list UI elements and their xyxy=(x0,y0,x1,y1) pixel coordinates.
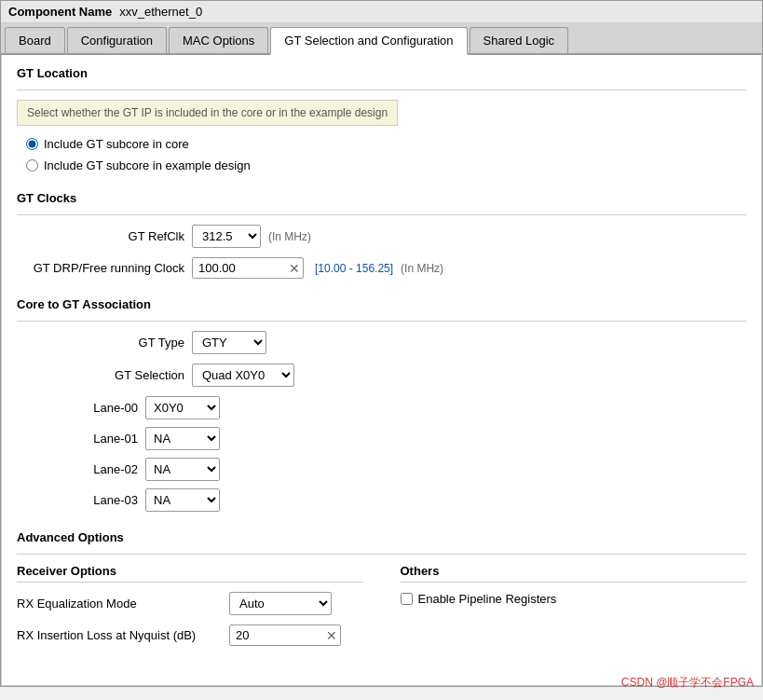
advanced-two-col: Receiver Options RX Equalization Mode Au… xyxy=(17,564,746,655)
lane-01-row: Lane-01 X0Y0 X0Y1 X0Y2 X0Y3 NA xyxy=(73,427,746,450)
core-to-gt-divider xyxy=(17,321,746,322)
gt-type-row: GT Type GTY GTH GTP xyxy=(17,331,746,354)
lane-03-row: Lane-03 X0Y0 X0Y1 X0Y2 X0Y3 NA xyxy=(73,488,746,512)
rx-eq-label: RX Equalization Mode xyxy=(17,597,222,611)
drp-input[interactable] xyxy=(192,257,304,279)
lane-00-label: Lane-00 xyxy=(73,401,138,415)
tab-bar: Board Configuration MAC Options GT Selec… xyxy=(1,23,762,55)
gt-selection-label: GT Selection xyxy=(17,368,184,382)
radio-include-example[interactable]: Include GT subcore in example design xyxy=(26,158,746,172)
lane-00-select[interactable]: X0Y0 X0Y1 X0Y2 X0Y3 NA xyxy=(145,396,220,419)
advanced-options-title: Advanced Options xyxy=(17,530,746,544)
tab-board[interactable]: Board xyxy=(5,27,65,53)
rx-insertion-row: RX Insertion Loss at Nyquist (dB) ✕ xyxy=(17,625,363,646)
gt-location-divider xyxy=(17,89,746,90)
core-to-gt-section: Core to GT Association GT Type GTY GTH G… xyxy=(17,297,746,512)
rx-insertion-label: RX Insertion Loss at Nyquist (dB) xyxy=(17,628,222,642)
lane-01-label: Lane-01 xyxy=(73,432,138,446)
drp-label: GT DRP/Free running Clock xyxy=(17,261,184,275)
tab-shared-logic[interactable]: Shared Logic xyxy=(470,27,569,53)
gt-clocks-divider xyxy=(17,214,746,215)
receiver-options-title: Receiver Options xyxy=(17,564,363,583)
gt-clocks-title: GT Clocks xyxy=(17,191,746,205)
gt-selection-select[interactable]: Quad X0Y0 Quad X0Y1 Quad X0Y2 xyxy=(192,364,294,387)
refclk-label: GT RefClk xyxy=(17,229,184,243)
gt-location-radio-group: Include GT subcore in core Include GT su… xyxy=(26,137,746,172)
main-window: Component Name xxv_ethernet_0 Board Conf… xyxy=(0,0,763,687)
drp-unit: (In MHz) xyxy=(401,262,443,275)
pipeline-checkbox-row[interactable]: Enable Pipeline Registers xyxy=(401,592,747,606)
radio-include-core-input[interactable] xyxy=(26,138,38,150)
refclk-unit: (In MHz) xyxy=(268,230,311,243)
receiver-options-col: Receiver Options RX Equalization Mode Au… xyxy=(17,564,363,655)
lane-02-select[interactable]: X0Y0 X0Y1 X0Y2 X0Y3 NA xyxy=(145,458,220,481)
others-title: Others xyxy=(401,564,747,583)
gt-type-label: GT Type xyxy=(17,336,184,350)
advanced-options-divider xyxy=(17,554,746,555)
gt-clocks-section: GT Clocks GT RefClk 312.5 156.25 125.0 (… xyxy=(17,191,746,279)
pipeline-label: Enable Pipeline Registers xyxy=(418,592,557,606)
lane-03-select[interactable]: X0Y0 X0Y1 X0Y2 X0Y3 NA xyxy=(145,488,220,512)
others-col: Others Enable Pipeline Registers xyxy=(401,564,747,655)
pipeline-checkbox[interactable] xyxy=(401,593,413,605)
core-to-gt-title: Core to GT Association xyxy=(17,297,746,311)
lane-01-select[interactable]: X0Y0 X0Y1 X0Y2 X0Y3 NA xyxy=(145,427,220,450)
tab-configuration[interactable]: Configuration xyxy=(67,27,167,53)
rx-insertion-container: ✕ xyxy=(229,625,341,646)
gt-location-info: Select whether the GT IP is included in … xyxy=(17,100,398,126)
main-content: GT Location Select whether the GT IP is … xyxy=(1,55,762,686)
rx-eq-row: RX Equalization Mode Auto Manual LPM DFE xyxy=(17,592,363,615)
rx-eq-select[interactable]: Auto Manual LPM DFE xyxy=(229,592,332,615)
drp-range-hint: [10.00 - 156.25] xyxy=(315,262,393,275)
radio-include-core-label: Include GT subcore in core xyxy=(44,137,189,151)
tab-mac-options[interactable]: MAC Options xyxy=(169,27,268,53)
gt-selection-row: GT Selection Quad X0Y0 Quad X0Y1 Quad X0… xyxy=(17,364,746,387)
lane-03-label: Lane-03 xyxy=(73,493,138,507)
drp-input-container: ✕ xyxy=(192,257,304,279)
drp-row: GT DRP/Free running Clock ✕ [10.00 - 156… xyxy=(17,257,746,279)
component-name-label: Component Name xyxy=(8,5,112,19)
lane-00-row: Lane-00 X0Y0 X0Y1 X0Y2 X0Y3 NA xyxy=(73,396,746,419)
component-name-bar: Component Name xxv_ethernet_0 xyxy=(1,1,762,23)
rx-insertion-input[interactable] xyxy=(229,625,341,646)
gt-type-select[interactable]: GTY GTH GTP xyxy=(192,331,266,354)
lane-02-row: Lane-02 X0Y0 X0Y1 X0Y2 X0Y3 NA xyxy=(73,458,746,481)
component-name-value: xxv_ethernet_0 xyxy=(119,5,202,19)
lane-02-label: Lane-02 xyxy=(73,462,138,476)
gt-location-section: GT Location Select whether the GT IP is … xyxy=(17,66,746,172)
gt-location-title: GT Location xyxy=(17,66,746,80)
refclk-row: GT RefClk 312.5 156.25 125.0 (In MHz) xyxy=(17,225,746,248)
tab-gt-selection[interactable]: GT Selection and Configuration xyxy=(270,27,467,55)
radio-include-core[interactable]: Include GT subcore in core xyxy=(26,137,746,151)
radio-include-example-input[interactable] xyxy=(26,159,38,172)
advanced-options-section: Advanced Options Receiver Options RX Equ… xyxy=(17,530,746,655)
refclk-select[interactable]: 312.5 156.25 125.0 xyxy=(192,225,261,248)
drp-clear-btn[interactable]: ✕ xyxy=(289,262,300,275)
radio-include-example-label: Include GT subcore in example design xyxy=(44,158,251,172)
lanes-container: Lane-00 X0Y0 X0Y1 X0Y2 X0Y3 NA Lane-01 X… xyxy=(73,396,746,512)
rx-insertion-clear[interactable]: ✕ xyxy=(326,629,337,642)
